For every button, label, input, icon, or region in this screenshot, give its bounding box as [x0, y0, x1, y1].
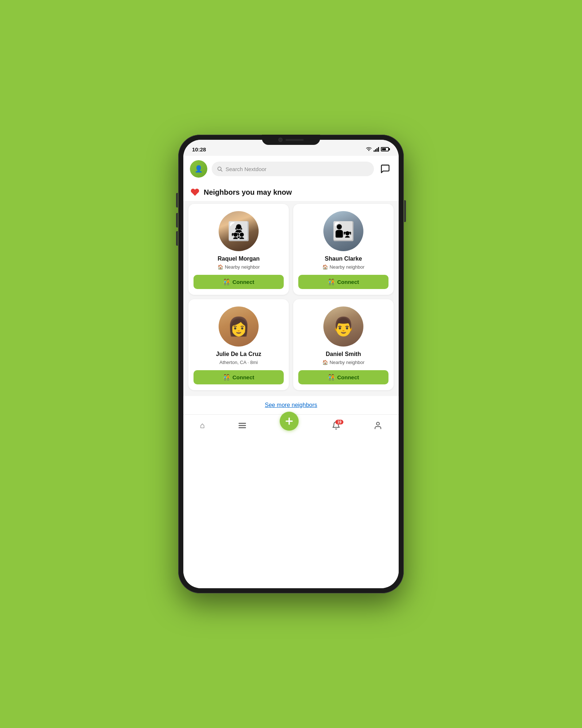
neighbors-grid: Raquel Morgan 🏠 Nearby neighbor 🧑‍🤝‍🧑 Co… [183, 201, 399, 396]
neighbor-location-julie: Atherton, CA · 8mi [219, 360, 258, 365]
search-placeholder: Search Nextdoor [226, 166, 267, 172]
avatar-image: 👤 [190, 160, 207, 178]
neighbor-location-raquel: 🏠 Nearby neighbor [218, 264, 260, 270]
chat-icon [380, 164, 390, 174]
neighbor-location-daniel: 🏠 Nearby neighbor [322, 360, 364, 365]
connect-button-raquel[interactable]: 🧑‍🤝‍🧑 Connect [194, 275, 284, 289]
neighbor-card-julie: Julie De La Cruz Atherton, CA · 8mi 🧑‍🤝‍… [188, 299, 289, 390]
photo-raquel [219, 211, 259, 251]
home-nav-icon: ⌂ [200, 421, 204, 430]
app-header: 👤 Search Nextdoor [183, 156, 399, 182]
see-more-link[interactable]: See more neighbors [265, 402, 317, 408]
nav-item-notifications[interactable]: 19 [332, 421, 340, 430]
phone-notch [262, 135, 320, 145]
home-icon: 🏠 [322, 360, 328, 365]
user-avatar[interactable]: 👤 [190, 160, 207, 178]
post-button[interactable] [280, 412, 299, 431]
location-label-shaun: Nearby neighbor [330, 264, 364, 270]
status-time: 10:28 [192, 146, 206, 153]
photo-daniel [323, 306, 363, 347]
search-bar[interactable]: Search Nextdoor [212, 162, 374, 176]
svg-point-7 [376, 422, 379, 425]
speaker [286, 139, 304, 141]
connect-label-raquel: Connect [232, 279, 254, 285]
location-label-daniel: Nearby neighbor [330, 360, 364, 365]
connect-icon: 🧑‍🤝‍🧑 [328, 374, 335, 381]
connect-label-shaun: Connect [337, 279, 359, 285]
menu-nav-icon [238, 421, 247, 430]
neighbor-name-julie: Julie De La Cruz [216, 351, 261, 357]
nav-item-home[interactable]: ⌂ [200, 421, 204, 430]
home-icon: 🏠 [218, 264, 223, 270]
status-icons [366, 147, 390, 152]
connect-label-julie: Connect [232, 374, 254, 380]
signal-icon [374, 147, 379, 152]
wifi-icon [366, 147, 372, 151]
connect-button-shaun[interactable]: 🧑‍🤝‍🧑 Connect [298, 275, 388, 289]
phone-screen: 10:28 [183, 140, 399, 588]
neighbor-name-shaun: Shaun Clarke [325, 256, 362, 262]
heart-icon [190, 187, 200, 197]
connect-icon: 🧑‍🤝‍🧑 [223, 278, 230, 285]
location-label-julie: Atherton, CA · 8mi [219, 360, 258, 365]
nav-item-profile[interactable] [374, 421, 382, 430]
connect-button-daniel[interactable]: 🧑‍🤝‍🧑 Connect [298, 370, 388, 384]
nav-item-post[interactable] [280, 420, 299, 431]
message-button[interactable] [378, 162, 392, 176]
neighbor-card-daniel: Daniel Smith 🏠 Nearby neighbor 🧑‍🤝‍🧑 Con… [293, 299, 394, 390]
neighbor-card-shaun: Shaun Clarke 🏠 Nearby neighbor 🧑‍🤝‍🧑 Con… [293, 204, 394, 295]
camera [278, 138, 283, 142]
neighbor-card-raquel: Raquel Morgan 🏠 Nearby neighbor 🧑‍🤝‍🧑 Co… [188, 204, 289, 295]
app-content: 👤 Search Nextdoor [183, 156, 399, 588]
bottom-nav: ⌂ [183, 414, 399, 440]
neighbor-location-shaun: 🏠 Nearby neighbor [322, 264, 364, 270]
section-title: Neighbors you may know [204, 188, 292, 197]
home-icon: 🏠 [322, 264, 328, 270]
photo-shaun [323, 211, 363, 251]
connect-button-julie[interactable]: 🧑‍🤝‍🧑 Connect [194, 370, 284, 384]
svg-line-1 [221, 170, 222, 171]
search-icon [217, 166, 223, 172]
profile-nav-icon [374, 421, 382, 430]
plus-icon [284, 416, 294, 426]
battery-icon [381, 147, 390, 151]
connect-label-daniel: Connect [337, 374, 359, 380]
nav-item-menu[interactable] [238, 421, 247, 430]
connect-icon: 🧑‍🤝‍🧑 [223, 374, 230, 381]
section-header: Neighbors you may know [183, 182, 399, 201]
notification-badge: 19 [335, 420, 343, 424]
location-label-raquel: Nearby neighbor [225, 264, 260, 270]
neighbor-name-daniel: Daniel Smith [326, 351, 361, 357]
neighbor-name-raquel: Raquel Morgan [218, 256, 260, 262]
connect-icon: 🧑‍🤝‍🧑 [328, 278, 335, 285]
photo-julie [219, 306, 259, 347]
phone-frame: 10:28 [178, 135, 404, 593]
